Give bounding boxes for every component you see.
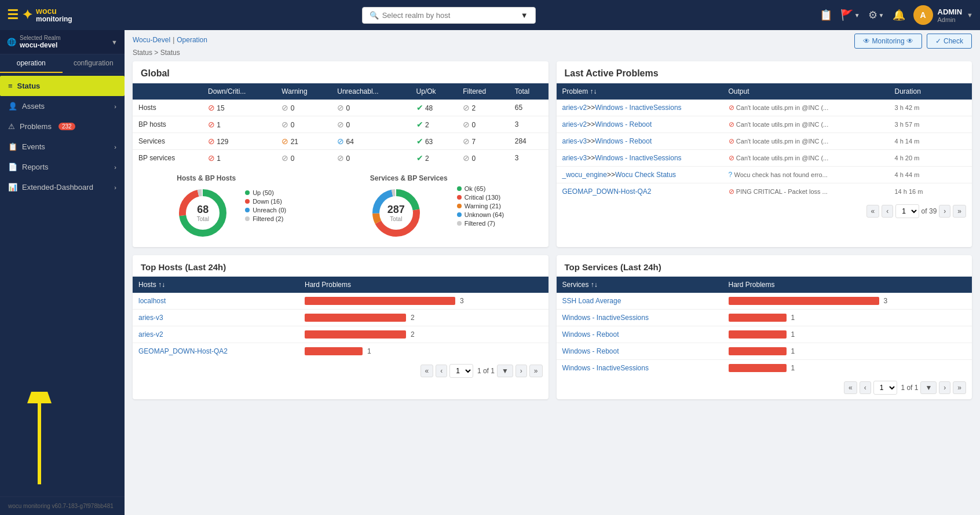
sidebar-item-extended-dashboard[interactable]: 📊 Extended-Dashboard › xyxy=(0,177,125,197)
legend-item: Unknown (64) xyxy=(457,211,504,218)
next-page-btn[interactable]: › xyxy=(515,365,527,377)
first-page-btn[interactable]: « xyxy=(866,205,880,218)
last-page-btn[interactable]: » xyxy=(953,381,966,394)
chevron-down-icon: ▼ xyxy=(967,12,973,19)
chevron-down-icon: ▼ xyxy=(879,12,884,19)
gear-icon: ⚙ xyxy=(868,9,877,21)
avatar: A xyxy=(913,5,933,25)
prev-page-btn[interactable]: ‹ xyxy=(860,381,871,394)
tab-configuration[interactable]: configuration xyxy=(63,54,125,73)
bell-icon-btn[interactable]: 🔔 xyxy=(893,9,905,21)
col-services: Services ↑↓ xyxy=(557,277,723,293)
chevron-down-icon: ▼ xyxy=(521,11,528,20)
next-page-select[interactable]: ▼ xyxy=(497,365,513,377)
service-link[interactable]: SSH Load Average xyxy=(562,297,621,305)
chevron-right-icon: › xyxy=(114,184,116,191)
hosts-donut: 68 Total xyxy=(177,187,229,239)
col-output: Output xyxy=(723,83,889,100)
next-page-btn[interactable]: › xyxy=(939,381,950,394)
user-menu[interactable]: A ADMIN Admin ▼ xyxy=(913,5,974,25)
sidebar-item-status[interactable]: ≡ Status xyxy=(0,76,125,96)
search-icon: 🔍 xyxy=(370,11,379,20)
service-link[interactable]: Windows - Reboot xyxy=(562,330,619,339)
col-duration: Duration xyxy=(889,83,972,100)
page-select[interactable]: 1 xyxy=(449,364,473,378)
service-link[interactable]: Windows - Reboot xyxy=(562,347,619,355)
table-row: BP services ⊘ 1 ⊘ 0 ⊘ 0 ✔ 2 ⊘ 0 3 xyxy=(133,150,548,167)
settings-icon-btn[interactable]: ⚙ ▼ xyxy=(868,9,884,21)
services-chart-section: Services & BP Services xyxy=(370,174,504,239)
breadcrumb-section[interactable]: Operation xyxy=(177,36,207,44)
realm-search-box[interactable]: 🔍 ▼ xyxy=(362,7,536,24)
hamburger-icon[interactable]: ☰ xyxy=(7,8,19,23)
host-link[interactable]: localhost xyxy=(138,297,166,305)
prev-page-btn[interactable]: ‹ xyxy=(436,365,447,377)
top-services-card: Top Services (Last 24h) Services ↑↓ Hard… xyxy=(557,255,972,399)
prev-page-btn[interactable]: ‹ xyxy=(882,205,893,218)
last-page-btn[interactable]: » xyxy=(953,205,966,218)
service-link[interactable]: Windows - InactiveSessions xyxy=(562,314,649,322)
sidebar-footer: wocu monitoring v60.7-183-g7f978bb481 xyxy=(0,496,125,515)
status-icon: ≡ xyxy=(8,82,13,90)
realm-search-input[interactable] xyxy=(382,11,517,20)
of-text: 1 of 1 xyxy=(901,384,918,392)
flag-icon-btn[interactable]: 🚩 ▼ xyxy=(840,9,860,21)
col-problem: Problem ↑↓ xyxy=(557,83,723,100)
logo[interactable]: ☰ ✦ wocu monitoring xyxy=(7,7,72,24)
logo-icon: ✦ xyxy=(22,8,32,23)
next-page-select[interactable]: ▼ xyxy=(920,381,937,394)
host-link[interactable]: aries-v2 xyxy=(138,330,163,339)
top-hosts-pagination: « ‹ 1 1 of 1 ▼ › » xyxy=(133,359,548,382)
col-total: Total xyxy=(509,83,548,100)
chevron-right-icon: › xyxy=(114,144,116,150)
hosts-legend: Up (50)Down (16)Unreach (0)Filtered (2) xyxy=(245,189,286,224)
table-row: aries-v3 2 xyxy=(133,310,548,326)
col-filtered: Filtered xyxy=(457,83,509,100)
check-icon: ✓ xyxy=(935,37,941,45)
table-row: aries-v2 2 xyxy=(133,326,548,343)
report-icon-btn[interactable]: 📋 xyxy=(820,9,832,21)
last-page-btn[interactable]: » xyxy=(529,365,543,377)
bottom-content-row: Top Hosts (Last 24h) Hosts ↑↓ Hard Probl… xyxy=(133,255,972,399)
table-row: Windows - Reboot 1 xyxy=(557,326,972,343)
col-hard-problems: Hard Problems xyxy=(299,277,548,293)
dashboard-icon: 📊 xyxy=(8,183,17,192)
realm-selector[interactable]: 🌐 Selected Realm wocu-devel ▼ xyxy=(0,30,125,54)
sidebar-item-problems[interactable]: ⚠ Problems 232 xyxy=(0,116,125,137)
hosts-chart-section: Hosts & BP Hosts xyxy=(177,174,286,239)
top-services-title: Top Services (Last 24h) xyxy=(557,255,972,277)
host-link[interactable]: aries-v3 xyxy=(138,314,163,322)
breadcrumb-org[interactable]: Wocu-Devel xyxy=(133,36,170,44)
sidebar-item-reports[interactable]: 📄 Reports › xyxy=(0,157,125,177)
page-select[interactable]: 1 xyxy=(895,204,919,218)
sidebar-item-events[interactable]: 📋 Events › xyxy=(0,137,125,157)
table-row: Services ⊘ 129 ⊘ 21 ⊘ 64 ✔ 63 ⊘ 7 284 xyxy=(133,133,548,150)
top-hosts-table: Hosts ↑↓ Hard Problems localhost 3 aries… xyxy=(133,277,548,359)
legend-item: Filtered (2) xyxy=(245,215,286,222)
col-warning: Warning xyxy=(276,83,331,100)
legend-item: Warning (21) xyxy=(457,203,504,209)
chevron-right-icon: › xyxy=(114,103,116,110)
host-link[interactable]: GEOMAP_DOWN-Host-QA2 xyxy=(138,347,228,355)
first-page-btn[interactable]: « xyxy=(420,365,434,377)
chevron-down-icon: ▼ xyxy=(854,12,860,19)
monitoring-button[interactable]: 👁 Monitoring 👁 xyxy=(854,34,922,49)
legend-item: Down (16) xyxy=(245,198,286,205)
topnav: ☰ ✦ wocu monitoring 🔍 ▼ 📋 🚩 ▼ ⚙ ▼ 🔔 A xyxy=(0,0,980,30)
first-page-btn[interactable]: « xyxy=(844,381,857,394)
col-hard-problems: Hard Problems xyxy=(723,277,972,293)
tab-operation[interactable]: operation xyxy=(0,54,63,73)
next-page-btn[interactable]: › xyxy=(939,205,950,218)
topnav-icons: 📋 🚩 ▼ ⚙ ▼ 🔔 A ADMIN Admin ▼ xyxy=(820,5,973,25)
sidebar-menu: ≡ Status 👤 Assets › ⚠ Problems 232 📋 Eve… xyxy=(0,73,125,496)
problems-table: Problem ↑↓ Output Duration aries-v2>>Win… xyxy=(557,83,972,200)
chevron-right-icon: › xyxy=(114,164,116,171)
table-row: _wocu_engine>>Wocu Check Status ? Wocu c… xyxy=(557,167,972,183)
problems-title: Last Active Problems xyxy=(557,61,972,83)
charts-row: Hosts & BP Hosts xyxy=(133,166,548,247)
page-select[interactable]: 1 xyxy=(873,381,897,395)
global-table: Down/Criti... Warning Unreachabl... Up/O… xyxy=(133,83,548,166)
sidebar-item-assets[interactable]: 👤 Assets › xyxy=(0,96,125,116)
service-link[interactable]: Windows - InactiveSessions xyxy=(562,364,649,372)
check-button[interactable]: ✓ Check xyxy=(927,34,972,49)
